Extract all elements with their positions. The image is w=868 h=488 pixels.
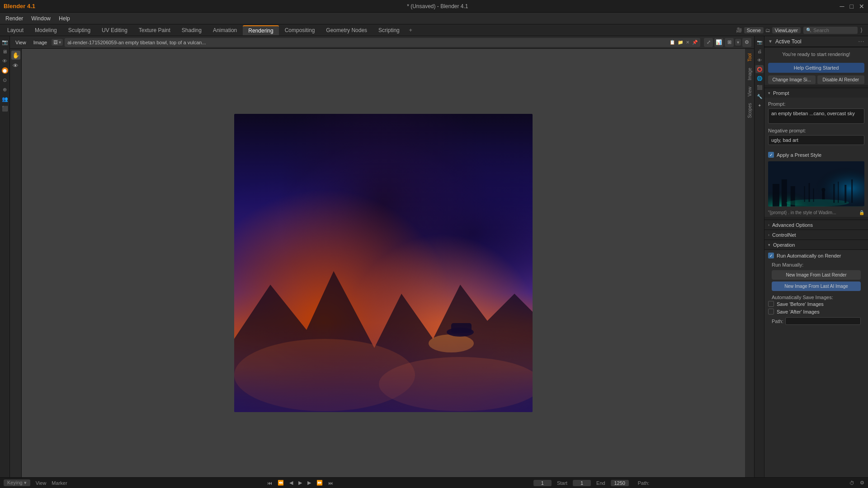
keying-button[interactable]: Keying ▾: [4, 479, 30, 486]
timeline-options[interactable]: ⚙: [860, 480, 864, 486]
negative-prompt-input[interactable]: ugly, bad art: [768, 135, 864, 145]
prev-keyframe-button[interactable]: ◀: [289, 480, 293, 486]
sidebar-icon-layers[interactable]: ⊕: [1, 85, 9, 94]
active-tool-arrow: ▼: [768, 39, 773, 44]
viewlayer-icon: 🗂: [765, 28, 770, 33]
next-keyframe-button[interactable]: ▶: [307, 480, 311, 486]
select-tool[interactable]: ✋: [11, 51, 20, 60]
props-icon-render[interactable]: 📷: [755, 38, 764, 46]
props-icon-object[interactable]: ⬛: [755, 83, 764, 91]
active-tool-dots[interactable]: ⋯: [858, 38, 864, 45]
end-frame-input[interactable]: [611, 480, 629, 486]
style-caption-row: "{prompt} . in the style of Wadim... 🔒: [764, 208, 868, 217]
prompt-input[interactable]: an empty tibetan ...cano, overcast sky: [768, 108, 864, 124]
menu-window[interactable]: Window: [28, 14, 54, 23]
advanced-options-arrow: ›: [768, 223, 769, 227]
close-filename-icon[interactable]: ✕: [686, 40, 689, 45]
props-icon-particles[interactable]: ✦: [755, 101, 764, 109]
eye-tool[interactable]: 👁: [11, 61, 20, 70]
active-tool-title: Active Tool: [775, 38, 802, 45]
controlnet-header[interactable]: › ControlNet: [764, 230, 868, 239]
props-icon-output[interactable]: 🖨: [755, 47, 764, 55]
sidebar-icon-output[interactable]: 🖥: [1, 47, 9, 56]
tab-scripting[interactable]: Scripting: [373, 26, 405, 35]
props-icon-modifier[interactable]: 🔧: [755, 92, 764, 100]
sidebar-icon-world[interactable]: ⬛: [1, 104, 9, 113]
minimize-button[interactable]: ─: [840, 3, 844, 10]
marker-button[interactable]: Marker: [52, 480, 67, 486]
img-vtab-tool[interactable]: Tool: [746, 51, 753, 64]
disable-ai-render-button[interactable]: Disable AI Render: [817, 75, 865, 84]
save-after-row: Save 'After' Images: [768, 309, 864, 314]
expand-icon[interactable]: ⟩: [860, 27, 863, 33]
sidebar-icon-scene[interactable]: 👥: [1, 95, 9, 103]
tab-uv-editing[interactable]: UV Editing: [96, 26, 133, 35]
image-filename-bar: al-render-1715206059-an empty tibetan bo…: [65, 38, 700, 47]
menu-help[interactable]: Help: [55, 14, 74, 23]
img-editor-view-menu[interactable]: View: [13, 39, 29, 46]
view-settings-icon[interactable]: ⊞: [725, 38, 734, 47]
save-after-checkbox[interactable]: [768, 309, 774, 314]
save-before-checkbox[interactable]: [768, 301, 774, 307]
start-frame-input[interactable]: [573, 480, 591, 486]
change-image-size-button[interactable]: Change Image Si...: [768, 75, 816, 84]
props-icon-world[interactable]: 🌐: [755, 74, 764, 82]
tab-geometry-nodes[interactable]: Geometry Nodes: [321, 26, 373, 35]
prev-frame-button[interactable]: ⏪: [278, 480, 284, 486]
tab-modeling[interactable]: Modeling: [29, 26, 62, 35]
svg-point-13: [821, 188, 825, 192]
search-input[interactable]: [813, 28, 849, 33]
path-input[interactable]: [785, 317, 861, 325]
tab-rendering[interactable]: Rendering: [243, 25, 278, 35]
current-frame-input[interactable]: [533, 480, 552, 486]
tab-layout[interactable]: Layout: [2, 26, 29, 35]
prompt-section-header[interactable]: ▾ Prompt: [764, 88, 868, 98]
jump-end-button[interactable]: ⏭: [328, 480, 333, 486]
add-workspace-button[interactable]: +: [406, 26, 416, 35]
sidebar-icon-filter[interactable]: ⊙: [1, 76, 9, 84]
help-getting-started-button[interactable]: Help Getting Started: [768, 63, 864, 73]
svg-rect-18: [833, 184, 835, 203]
view-button[interactable]: View: [36, 480, 47, 486]
apply-preset-checkbox[interactable]: ✓: [768, 152, 774, 158]
active-tool-header[interactable]: ▼ Active Tool ⋯: [764, 36, 868, 47]
tab-compositing[interactable]: Compositing: [279, 26, 321, 35]
render-icon: 🎥: [736, 27, 742, 33]
img-editor-image-menu[interactable]: Image: [31, 39, 50, 46]
pin-icon[interactable]: 📌: [692, 40, 698, 45]
zoom-fit-icon[interactable]: ⤢: [704, 38, 713, 47]
tab-sculpting[interactable]: Sculpting: [63, 26, 96, 35]
fps-display: ⏱: [849, 480, 854, 486]
display-mode-icon[interactable]: 📊: [714, 38, 723, 47]
copy-icon[interactable]: 📋: [670, 40, 675, 45]
tab-shading[interactable]: Shading: [176, 26, 207, 35]
sidebar-icon-view[interactable]: 👁: [1, 57, 9, 65]
jump-start-button[interactable]: ⏮: [267, 480, 272, 486]
next-frame-button[interactable]: ⏩: [316, 480, 323, 486]
sidebar-icon-color[interactable]: ⬤: [2, 67, 8, 74]
tab-animation[interactable]: Animation: [208, 26, 242, 35]
folder-icon[interactable]: 📁: [678, 40, 683, 45]
new-image-last-render-button[interactable]: New Image From Last Render: [772, 270, 861, 280]
overlay-icon[interactable]: ⚙: [742, 38, 751, 47]
color-space-selector[interactable]: ▾: [735, 39, 741, 46]
new-image-last-ai-button[interactable]: New Image From Last AI Image: [772, 282, 861, 291]
image-type-selector[interactable]: 🖼 ▾: [52, 39, 63, 46]
advanced-options-header[interactable]: › Advanced Options: [764, 220, 868, 230]
img-vtab-view[interactable]: View: [746, 84, 753, 99]
props-icon-scene[interactable]: ⭕: [755, 65, 764, 73]
viewlayer-selector[interactable]: ViewLayer: [772, 27, 801, 33]
sidebar-icon-render[interactable]: 📷: [1, 38, 9, 46]
img-vtab-image[interactable]: Image: [746, 65, 753, 83]
img-vtab-scopes[interactable]: Scopes: [746, 100, 753, 121]
tab-texture-paint[interactable]: Texture Paint: [133, 26, 176, 35]
menu-render[interactable]: Render: [2, 14, 27, 23]
style-preview-container[interactable]: [768, 161, 864, 206]
props-icon-view[interactable]: 👁: [755, 56, 764, 64]
play-button[interactable]: ▶: [298, 480, 302, 486]
close-button[interactable]: ✕: [859, 3, 864, 10]
operation-header[interactable]: ▾ Operation: [764, 239, 868, 249]
maximize-button[interactable]: □: [850, 3, 854, 10]
scene-selector[interactable]: Scene: [744, 27, 764, 33]
run-auto-checkbox[interactable]: ✓: [768, 253, 774, 258]
